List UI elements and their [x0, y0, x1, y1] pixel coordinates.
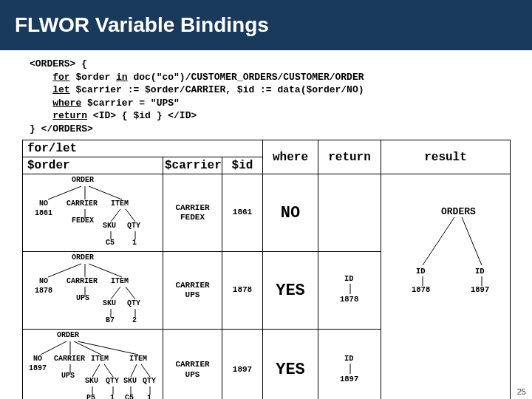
svg-line-27: [104, 364, 113, 377]
page-number: 25: [517, 387, 526, 396]
slide-title: FLWOR Variable Bindings: [0, 0, 532, 50]
carrier-cell: CARRIERUPS: [163, 330, 222, 399]
svg-line-24: [78, 341, 138, 355]
where-cell: YES: [263, 330, 318, 399]
svg-line-0: [48, 186, 81, 200]
where-cell: YES: [263, 252, 318, 330]
bindings-table: for/let where return result $order $carr…: [22, 140, 511, 399]
table-row: ORDER NO 1861 CARRIER FEDEX ITEM SKU QTY…: [23, 174, 511, 252]
header-id-var: $id: [222, 157, 263, 174]
svg-line-28: [131, 364, 137, 377]
svg-line-17: [126, 287, 135, 299]
return-cell: [318, 174, 381, 252]
header-order-var: $order: [23, 157, 163, 174]
carrier-cell: CARRIERUPS: [163, 252, 222, 330]
return-cell: ID 1897: [318, 330, 381, 399]
svg-line-8: [423, 217, 454, 265]
where-cell: NO: [263, 174, 318, 252]
header-where: where: [263, 140, 318, 174]
svg-line-2: [89, 186, 122, 200]
carrier-cell: CARRIERFEDEX: [163, 174, 222, 252]
header-forlet: for/let: [23, 140, 263, 157]
svg-line-12: [48, 264, 81, 277]
header-return: return: [318, 140, 381, 174]
order-tree: ORDER NO 1878 CARRIER UPS ITEM SKU QTY B…: [26, 253, 160, 327]
id-cell: 1878: [222, 252, 263, 330]
svg-line-14: [89, 264, 122, 277]
order-tree: ORDER NO 1861 CARRIER FEDEX ITEM SKU QTY…: [26, 176, 160, 250]
svg-line-4: [111, 209, 120, 222]
svg-line-26: [92, 364, 100, 377]
svg-line-21: [41, 341, 66, 355]
id-cell: 1897: [222, 330, 263, 399]
svg-line-16: [111, 287, 120, 299]
return-cell: ID 1878: [318, 252, 381, 330]
header-carrier-var: $carrier: [163, 157, 222, 174]
code-block: <ORDERS> { for $order in doc("co")/CUSTO…: [30, 58, 502, 135]
svg-line-9: [462, 217, 482, 265]
order-tree: ORDER NO 1897 CARRIER UPS ITEM SKU QTY P…: [26, 331, 160, 399]
id-cell: 1861: [222, 174, 263, 252]
header-result: result: [381, 140, 511, 174]
svg-line-5: [126, 209, 135, 222]
svg-line-29: [141, 364, 150, 377]
result-cell: ORDERS ID 1878 ID 1897: [381, 174, 511, 399]
